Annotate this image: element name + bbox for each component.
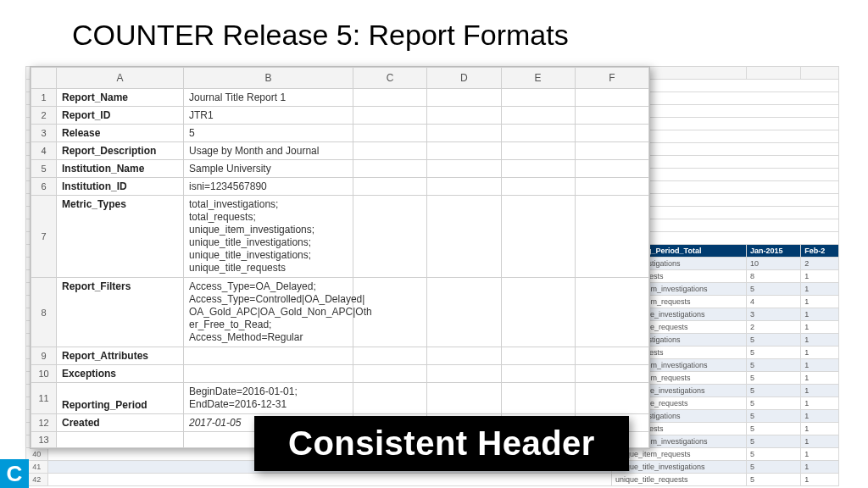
val-report-name: Journal Title Report 1	[184, 89, 353, 107]
counter-logo: C	[0, 459, 29, 488]
callout-banner: Consistent Header	[254, 416, 629, 471]
key-report-name: Report_Name	[57, 89, 184, 107]
page-title: COUNTER Release 5: Report Formats	[72, 19, 569, 52]
report-header-card: ABCDEF 1Report_NameJournal Title Report …	[30, 66, 650, 449]
